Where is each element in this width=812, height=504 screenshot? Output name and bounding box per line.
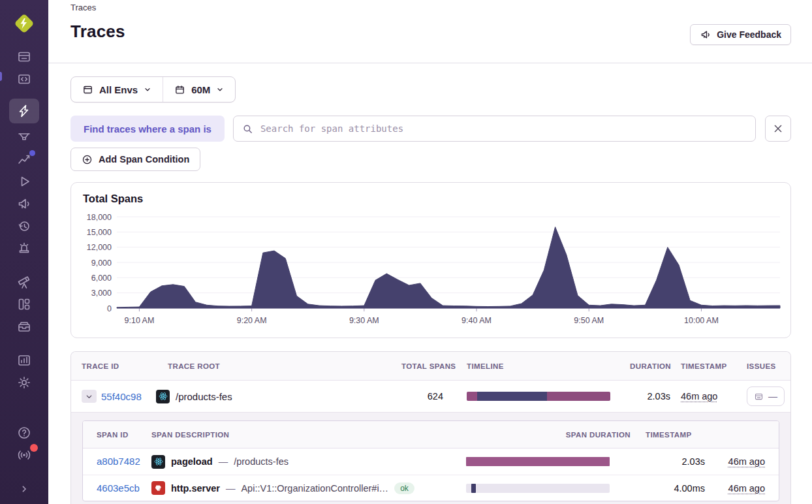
span-op: http.server bbox=[171, 483, 220, 494]
svg-text:9:10 AM: 9:10 AM bbox=[125, 316, 155, 325]
time-range-filter[interactable]: 60M bbox=[163, 77, 235, 102]
replays-play-icon[interactable] bbox=[9, 170, 39, 193]
col-issues[interactable]: ISSUES bbox=[734, 362, 790, 370]
span-row: a80b7482 pageload — bbox=[83, 449, 779, 475]
add-span-condition-label: Add Span Condition bbox=[99, 154, 189, 165]
col-span-timestamp[interactable]: TIMESTAMP bbox=[631, 431, 705, 439]
archive-box-icon[interactable] bbox=[9, 315, 39, 338]
separator-dash: — bbox=[226, 483, 236, 494]
active-section-indicator bbox=[0, 72, 2, 81]
span-duration: 2.03s bbox=[631, 456, 705, 467]
help-icon[interactable] bbox=[9, 422, 39, 444]
main-content: Traces Traces Give Feedback Al bbox=[48, 0, 812, 504]
dashboards-grid-icon[interactable] bbox=[9, 293, 39, 315]
explore-traces-icon[interactable] bbox=[9, 99, 39, 123]
environment-filter[interactable]: All Envs bbox=[71, 77, 163, 102]
add-span-condition-button[interactable]: Add Span Condition bbox=[70, 148, 200, 171]
breadcrumb[interactable]: Traces bbox=[70, 3, 791, 12]
span-id-link[interactable]: 4603e5cb bbox=[97, 482, 140, 494]
page-header: Traces Traces Give Feedback bbox=[48, 0, 812, 63]
trace-row: 55f40c98 /products-fes 624 2.0 bbox=[71, 381, 790, 412]
projects-code-folder-icon[interactable] bbox=[9, 68, 39, 90]
discover-telescope-icon[interactable] bbox=[9, 271, 39, 293]
page-filters: All Envs 60M bbox=[70, 76, 236, 102]
trace-duration: 2.03s bbox=[630, 391, 670, 402]
col-timeline[interactable]: TIMELINE bbox=[467, 362, 630, 370]
trace-timeline-bar bbox=[467, 392, 610, 401]
sentry-logo[interactable] bbox=[11, 10, 37, 37]
total-spans-panel: Total Spans 03,0006,0009,00012,00015,000… bbox=[70, 182, 791, 338]
col-span-duration[interactable]: SPAN DURATION bbox=[466, 431, 631, 439]
insights-funnel-icon[interactable] bbox=[9, 126, 39, 148]
react-platform-icon bbox=[156, 390, 170, 403]
collapse-row-chevron-button[interactable] bbox=[82, 390, 97, 403]
span-status-badge: ok bbox=[394, 482, 414, 494]
svg-text:6,000: 6,000 bbox=[91, 274, 112, 283]
svg-text:0: 0 bbox=[107, 304, 112, 313]
sidebar-collapse-chevron-icon[interactable] bbox=[9, 478, 39, 500]
metrics-line-chart-icon[interactable] bbox=[9, 148, 39, 170]
trace-id-link[interactable]: 55f40c98 bbox=[101, 391, 142, 402]
svg-text:18,000: 18,000 bbox=[87, 213, 112, 222]
svg-text:3,000: 3,000 bbox=[91, 289, 112, 298]
environment-filter-label: All Envs bbox=[99, 84, 138, 95]
span-duration-bar bbox=[466, 457, 610, 466]
history-clock-icon[interactable] bbox=[9, 215, 39, 237]
chevron-down-icon bbox=[216, 86, 224, 93]
sidebar bbox=[0, 0, 48, 504]
svg-text:12,000: 12,000 bbox=[87, 243, 112, 252]
col-span-id[interactable]: SPAN ID bbox=[83, 431, 151, 439]
span-row: 4603e5cb http.server — Api::V1::Organiza… bbox=[83, 475, 779, 501]
plus-circle-icon bbox=[82, 154, 93, 165]
span-search-row: Find traces where a span is bbox=[70, 116, 791, 142]
find-traces-label: Find traces where a span is bbox=[70, 116, 225, 142]
stats-bars-icon[interactable] bbox=[9, 349, 39, 371]
add-condition-row: Add Span Condition bbox=[70, 148, 791, 171]
span-duration-bar bbox=[466, 484, 610, 493]
issues-count: — bbox=[768, 391, 777, 402]
span-timestamp[interactable]: 46m ago bbox=[728, 456, 765, 467]
svg-text:10:00 AM: 10:00 AM bbox=[684, 316, 719, 325]
search-icon bbox=[242, 123, 253, 134]
span-search-input[interactable] bbox=[259, 123, 747, 134]
trace-issues-button[interactable]: — bbox=[747, 386, 785, 406]
col-trace-id[interactable]: TRACE ID bbox=[71, 362, 156, 370]
spans-table-header: SPAN ID SPAN DESCRIPTION SPAN DURATION T… bbox=[83, 421, 779, 449]
react-platform-icon bbox=[151, 455, 165, 469]
span-attribute-search[interactable] bbox=[233, 116, 756, 142]
col-timestamp[interactable]: TIMESTAMP bbox=[670, 362, 734, 370]
trace-timestamp[interactable]: 46m ago bbox=[681, 391, 717, 402]
calendar-icon bbox=[174, 84, 185, 95]
window-icon bbox=[82, 84, 93, 95]
time-range-filter-label: 60M bbox=[191, 84, 210, 95]
col-span-description[interactable]: SPAN DESCRIPTION bbox=[151, 431, 466, 439]
svg-text:9:50 AM: 9:50 AM bbox=[574, 316, 604, 325]
megaphone-icon bbox=[700, 29, 711, 40]
close-icon bbox=[773, 123, 783, 134]
svg-text:9,000: 9,000 bbox=[91, 259, 112, 268]
clear-search-button[interactable] bbox=[765, 116, 791, 142]
page-title: Traces bbox=[70, 22, 791, 42]
give-feedback-button[interactable]: Give Feedback bbox=[690, 24, 791, 45]
svg-text:9:20 AM: 9:20 AM bbox=[237, 316, 267, 325]
span-timestamp[interactable]: 46m ago bbox=[728, 483, 765, 494]
issues-icon[interactable] bbox=[9, 46, 39, 68]
col-total-spans[interactable]: TOTAL SPANS bbox=[401, 362, 467, 370]
span-description: Api::V1::OrganizationController#i… bbox=[241, 483, 388, 494]
span-duration: 4.00ms bbox=[631, 483, 705, 494]
col-trace-root[interactable]: TRACE ROOT bbox=[156, 362, 401, 370]
svg-text:9:30 AM: 9:30 AM bbox=[349, 316, 379, 325]
issues-icon bbox=[754, 392, 764, 402]
whats-new-broadcast-icon[interactable] bbox=[9, 444, 39, 466]
separator-dash: — bbox=[219, 456, 228, 467]
svg-text:9:40 AM: 9:40 AM bbox=[461, 316, 492, 325]
feedback-megaphone-icon[interactable] bbox=[9, 193, 39, 215]
span-id-link[interactable]: a80b7482 bbox=[97, 456, 140, 467]
alerts-siren-icon[interactable] bbox=[9, 237, 39, 259]
total-spans-area-chart: 03,0006,0009,00012,00015,00018,0009:10 A… bbox=[71, 210, 790, 329]
col-duration[interactable]: DURATION bbox=[630, 362, 670, 370]
trace-root-label: /products-fes bbox=[176, 391, 232, 402]
chevron-down-icon bbox=[144, 86, 151, 93]
span-description: /products-fes bbox=[234, 456, 289, 467]
settings-gear-icon[interactable] bbox=[9, 371, 39, 394]
